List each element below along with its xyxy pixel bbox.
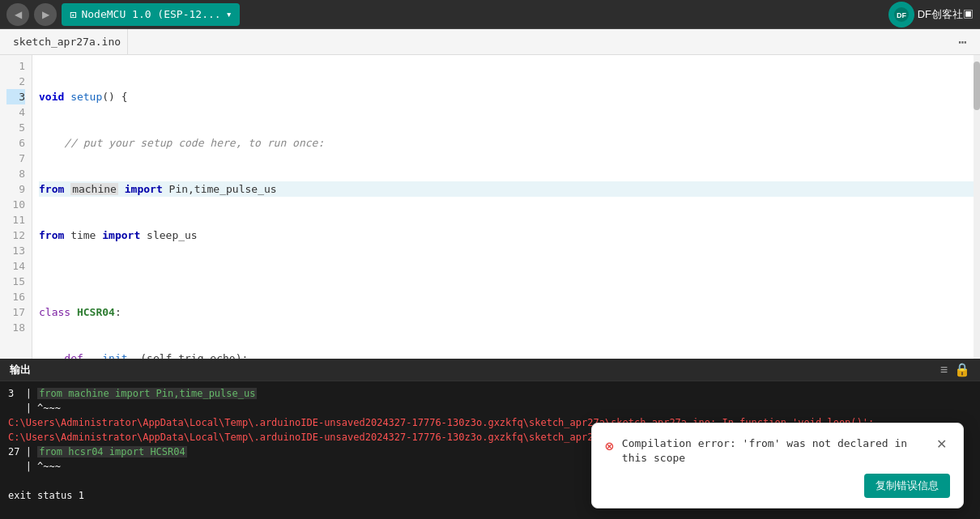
dialog-close-button[interactable]: ✕ [933,436,950,452]
usb-icon: ⊡ [70,8,76,21]
output-line: | ^~~~ [8,401,972,415]
code-line-6: class HCSR04: [39,304,974,320]
editor: 1 2 3 4 5 6 7 8 9 10 11 12 13 14 15 16 1… [0,55,980,359]
back-button[interactable]: ◀ [6,3,29,26]
device-name-label: NodeMCU 1.0 (ESP-12... [81,8,220,20]
line-num: 5 [6,120,25,135]
logo-text: DF创客社▣ [918,7,974,22]
file-tab[interactable]: sketch_apr27a.ino [6,29,128,54]
line-num: 14 [6,258,25,274]
line-num: 12 [6,228,25,243]
code-line-3: from machine import Pin,time_pulse_us [39,181,974,197]
line-num: 3 [6,89,25,104]
line-num: 10 [6,197,25,212]
more-icon: ⋯ [958,33,967,50]
error-dialog: ⊗ Compilation error: 'from' was not decl… [591,423,964,508]
output-header: 输出 ≡ 🔒 [0,359,980,381]
output-line: 3 | from machine import Pin,time_pulse_u… [8,386,972,401]
editor-scrollbar[interactable] [974,55,980,359]
line-num: 9 [6,181,25,197]
back-icon: ◀ [15,9,22,20]
scrollbar-thumb [974,62,980,110]
line-num: 16 [6,289,25,304]
svg-text:DF: DF [897,11,906,19]
line-num: 15 [6,274,25,289]
output-menu-button[interactable]: ≡ [940,363,948,377]
dialog-header: ⊗ Compilation error: 'from' was not decl… [605,436,950,466]
line-num: 18 [6,320,25,335]
code-content[interactable]: void setup() { // put your setup code he… [32,55,980,359]
line-num: 17 [6,304,25,320]
df-logo-svg: DF [893,6,910,23]
file-tab-label: sketch_apr27a.ino [13,36,121,48]
device-selector[interactable]: ⊡ NodeMCU 1.0 (ESP-12... ▾ [62,3,240,26]
dropdown-icon: ▾ [226,8,232,20]
forward-icon: ▶ [42,9,49,20]
line-num: 2 [6,74,25,89]
code-line-1: void setup() { [39,89,974,104]
line-num: 7 [6,151,25,166]
dialog-footer: 复制错误信息 [605,474,950,498]
line-num: 13 [6,243,25,258]
forward-button[interactable]: ▶ [34,3,57,26]
logo-area: DF DF创客社▣ [888,2,974,28]
code-line-7: def __init__(self,trig,echo): [39,351,974,359]
error-message: Compilation error: 'from' was not declar… [622,436,922,466]
error-icon: ⊗ [605,437,614,454]
tab-more-button[interactable]: ⋯ [952,33,974,50]
df-logo: DF [888,2,914,28]
output-title: 输出 [10,363,31,377]
code-line-4: from time import sleep_us [39,228,974,243]
copy-error-button[interactable]: 复制错误信息 [864,474,950,498]
close-icon: ✕ [936,437,947,451]
line-num: 11 [6,212,25,228]
line-numbers: 1 2 3 4 5 6 7 8 9 10 11 12 13 14 15 16 1… [0,55,32,359]
line-num: 4 [6,104,25,120]
output-lock-button[interactable]: 🔒 [954,362,970,377]
output-tools: ≡ 🔒 [940,362,970,377]
output-panel: 输出 ≡ 🔒 3 | from machine import Pin,time_… [0,359,980,519]
toolbar: ◀ ▶ ⊡ NodeMCU 1.0 (ESP-12... ▾ DF DF创客社▣ [0,0,980,29]
line-num: 6 [6,135,25,151]
tabbar: sketch_apr27a.ino ⋯ [0,29,980,55]
line-num: 1 [6,58,25,74]
code-line-2: // put your setup code here, to run once… [39,135,974,151]
line-num: 8 [6,166,25,181]
copy-button-label: 复制错误信息 [876,479,939,491]
